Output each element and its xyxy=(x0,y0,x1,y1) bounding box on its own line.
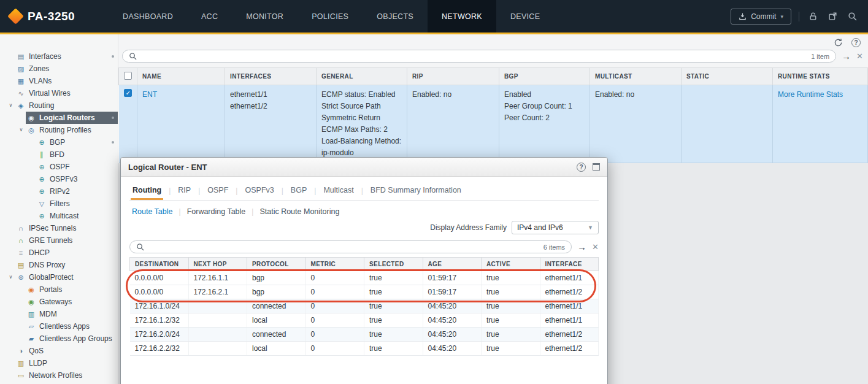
nav-device[interactable]: DEVICE xyxy=(496,0,554,33)
sidebar-item-virtual-wires[interactable]: ∿Virtual Wires xyxy=(0,87,118,99)
column-header-protocol[interactable]: PROTOCOL xyxy=(247,258,306,271)
brand[interactable]: PA-3250 xyxy=(0,10,75,23)
column-header-selected[interactable]: SELECTED xyxy=(364,258,423,271)
chevron-down-icon[interactable]: ∨ xyxy=(17,124,26,136)
sidebar-item-clientless-apps[interactable]: ▱Clientless Apps xyxy=(0,320,118,332)
sidebar-item-interfaces[interactable]: ▤Interfaces xyxy=(0,50,118,63)
sidebar-item-gre-tunnels[interactable]: ∩GRE Tunnels xyxy=(0,234,118,247)
dialog-tab-bgp[interactable]: BGP xyxy=(289,182,309,200)
column-header-rip[interactable]: RIP xyxy=(407,68,499,85)
item-options-dot[interactable] xyxy=(112,117,114,119)
dialog-tab-bfd-summary-information[interactable]: BFD Summary Information xyxy=(369,182,463,200)
dialog-tab-rip[interactable]: RIP xyxy=(176,182,193,200)
lock-icon[interactable] xyxy=(807,10,819,23)
nav-policies[interactable]: POLICIES xyxy=(298,0,363,33)
router-search-input[interactable] xyxy=(142,50,806,62)
nav-objects[interactable]: OBJECTS xyxy=(363,0,428,33)
dialog-subtab-forwarding-table[interactable]: Forwarding Table xyxy=(187,207,246,216)
refresh-icon[interactable] xyxy=(832,36,844,48)
dialog-subtab-static-route-monitoring[interactable]: Static Route Monitoring xyxy=(259,207,339,216)
column-header-bgp[interactable]: BGP xyxy=(499,68,590,85)
row-select-cell[interactable] xyxy=(119,85,137,163)
sidebar-item-vlans[interactable]: ▦VLANs xyxy=(0,75,118,87)
sidebar-item-zones[interactable]: ▨Zones xyxy=(0,63,118,75)
route-search-input[interactable] xyxy=(149,241,539,253)
column-header-age[interactable]: AGE xyxy=(423,258,482,271)
sidebar-item-ipsec-tunnels[interactable]: ∩IPSec Tunnels xyxy=(0,222,118,234)
help-icon[interactable]: ? xyxy=(851,38,861,47)
sidebar-item-multicast[interactable]: ⊕Multicast xyxy=(0,210,118,222)
route-row[interactable]: 0.0.0.0/0172.16.2.1bgp0true01:59:17truee… xyxy=(130,285,599,299)
nav-monitor[interactable]: MONITOR xyxy=(232,0,298,33)
sidebar-item-network-profiles[interactable]: ▭Network Profiles xyxy=(0,369,118,382)
route-row[interactable]: 172.16.2.0/24connected0true04:45:20truee… xyxy=(130,328,599,342)
route-row[interactable]: 172.16.1.2/32local0true04:45:20trueether… xyxy=(130,313,599,328)
commit-button[interactable]: Commit ▾ xyxy=(731,9,791,25)
sidebar-item-logical-routers[interactable]: ◉Logical Routers xyxy=(0,112,118,124)
sidebar-item-qos[interactable]: ◑QoS xyxy=(0,345,118,357)
chevron-down-icon[interactable]: ∨ xyxy=(6,271,15,283)
nav-acc[interactable]: ACC xyxy=(187,0,232,33)
route-row[interactable]: 172.16.2.2/32local0true04:45:20trueether… xyxy=(130,342,599,356)
route-search-box[interactable]: 6 items xyxy=(129,240,572,253)
dialog-tab-ospf[interactable]: OSPF xyxy=(205,182,230,200)
nav-network[interactable]: NETWORK xyxy=(428,0,496,33)
sidebar-item-routing[interactable]: ∨◈Routing xyxy=(0,99,118,112)
sidebar-item-ospf[interactable]: ⊕OSPF xyxy=(0,161,118,173)
apply-filter-icon[interactable]: → xyxy=(842,52,851,61)
apply-filter-icon[interactable]: → xyxy=(577,242,586,252)
sidebar-item-clientless-app-groups[interactable]: ▰Clientless App Groups xyxy=(0,332,118,345)
search-icon[interactable] xyxy=(846,10,858,23)
address-family-select[interactable]: IPv4 and IPv6 ▼ xyxy=(512,221,599,234)
sidebar-item-portals[interactable]: ◉Portals xyxy=(0,283,118,296)
sidebar-item-bgp[interactable]: ⊕BGP xyxy=(0,136,118,148)
sidebar-item-filters[interactable]: ▽Filters xyxy=(0,198,118,210)
column-header-static[interactable]: STATIC xyxy=(682,68,773,85)
cell-protocol: connected xyxy=(247,299,306,313)
sidebar-item-mdm[interactable]: ▥MDM xyxy=(0,308,118,320)
column-header-interface[interactable]: INTERFACE xyxy=(540,258,599,271)
sidebar-item-dns-proxy[interactable]: ▤DNS Proxy xyxy=(0,259,118,271)
dialog-tab-routing[interactable]: Routing xyxy=(131,182,163,200)
more-runtime-stats-link[interactable]: More Runtime Stats xyxy=(778,90,843,99)
checkbox-checked-icon[interactable] xyxy=(124,89,132,97)
column-header-metric[interactable]: METRIC xyxy=(305,258,364,271)
sidebar-item-routing-profiles[interactable]: ∨◎Routing Profiles xyxy=(0,124,118,136)
column-header-interfaces[interactable]: INTERFACES xyxy=(225,68,317,85)
dialog-help-icon[interactable]: ? xyxy=(577,163,586,172)
sidebar-item-bfd[interactable]: ∥BFD xyxy=(0,148,118,161)
column-header-name[interactable]: NAME xyxy=(137,68,225,85)
column-header-next-hop[interactable]: NEXT HOP xyxy=(188,258,247,271)
sidebar-item-gateways[interactable]: ◉Gateways xyxy=(0,296,118,308)
sidebar-item-lldp[interactable]: ▥LLDP xyxy=(0,357,118,369)
column-header-destination[interactable]: DESTINATION xyxy=(130,258,189,271)
route-row[interactable]: 172.16.1.0/24connected0true04:45:20truee… xyxy=(130,299,599,313)
tasks-icon[interactable] xyxy=(826,10,839,23)
sidebar-item-globalprotect[interactable]: ∨⊛GlobalProtect xyxy=(0,271,118,283)
column-header-active[interactable]: ACTIVE xyxy=(482,258,540,271)
dialog-maximize-icon[interactable] xyxy=(593,163,600,171)
sidebar-item-ripv2[interactable]: ⊕RIPv2 xyxy=(0,185,118,198)
sidebar-item-dhcp[interactable]: ≡DHCP xyxy=(0,247,118,259)
sidebar-item-ospfv3[interactable]: ⊕OSPFv3 xyxy=(0,173,118,185)
dialog-tab-multicast[interactable]: Multicast xyxy=(321,182,355,200)
route-row[interactable]: 0.0.0.0/0172.16.1.1bgp0true01:59:17truee… xyxy=(130,271,599,285)
column-header-general[interactable]: GENERAL xyxy=(317,68,407,85)
dialog-tab-ospfv3[interactable]: OSPFv3 xyxy=(243,182,275,200)
sidebar-item-body: ▽Filters xyxy=(36,198,118,210)
dialog-subtab-route-table[interactable]: Route Table xyxy=(132,207,173,216)
clear-filter-icon[interactable]: ✕ xyxy=(856,52,863,60)
column-header-multicast[interactable]: MULTICAST xyxy=(590,68,682,85)
router-name-link[interactable]: ENT xyxy=(142,90,157,99)
sidebar-item-body: ▤DNS Proxy xyxy=(15,259,118,271)
logical-router-row[interactable]: ENTethernet1/1ethernet1/2ECMP status: En… xyxy=(119,85,868,163)
clear-filter-icon[interactable]: ✕ xyxy=(592,243,599,251)
item-options-dot[interactable] xyxy=(112,141,114,144)
column-header-runtime-stats[interactable]: RUNTIME STATS xyxy=(773,68,868,85)
router-search-box[interactable]: 1 item xyxy=(122,50,836,63)
item-options-dot[interactable] xyxy=(112,55,114,58)
chevron-down-icon[interactable]: ∨ xyxy=(6,99,15,112)
checkbox-unchecked-icon[interactable] xyxy=(124,72,132,80)
nav-dashboard[interactable]: DASHBOARD xyxy=(109,0,187,33)
select-all-header[interactable] xyxy=(119,68,137,85)
